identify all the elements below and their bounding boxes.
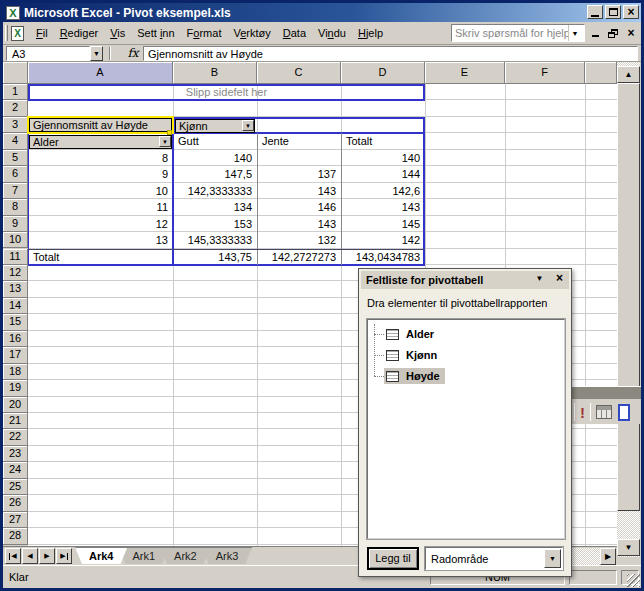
pivot-value[interactable] [259,150,338,166]
pivot-value[interactable]: 142 [343,232,422,248]
pivot-field-button-value[interactable]: Gjennomsnitt av Høyde [29,118,172,132]
workbook-restore-button[interactable] [607,27,619,39]
row-header-21[interactable]: 21 [3,413,28,429]
pivot-value[interactable]: 144 [343,166,422,182]
row-header-5[interactable]: 5 [3,150,28,166]
workbook-minimize-button[interactable] [589,27,601,39]
menu-vindu[interactable]: Vindu [312,24,352,42]
last-sheet-button[interactable]: ▶ [56,548,72,564]
toolbar-grip[interactable] [5,25,8,41]
horizontal-scrollbar-track[interactable] [569,548,600,565]
pivot-value[interactable]: 140 [343,150,422,166]
pivot-total-label[interactable]: Totalt [30,249,170,265]
row-header-25[interactable]: 25 [3,479,28,495]
name-box[interactable]: A3 [6,46,90,61]
vertical-scrollbar-thumb[interactable] [617,83,640,511]
row-header-13[interactable]: 13 [3,281,28,297]
field-dropdown-icon[interactable]: ▼ [159,136,171,147]
row-header-1[interactable]: 1 [3,84,28,100]
pivot-total-value[interactable]: 142,2727273 [259,249,338,265]
row-header-2[interactable]: 2 [3,100,28,116]
row-header-7[interactable]: 7 [3,183,28,199]
menu-rediger[interactable]: Rediger [54,24,105,42]
pivot-col-header-gutt[interactable]: Gutt [175,133,254,149]
workbook-close-button[interactable]: × [625,27,637,39]
row-header-6[interactable]: 6 [3,166,28,182]
row-header-10[interactable]: 10 [3,232,28,248]
field-dropdown-icon[interactable]: ▼ [242,120,254,131]
row-header-18[interactable]: 18 [3,364,28,380]
previous-sheet-button[interactable]: ◀ [22,548,38,564]
first-sheet-button[interactable]: ◀ [5,548,21,564]
pivot-row-label[interactable]: 12 [30,216,170,232]
field-list-menu-icon[interactable]: ▼ [532,273,547,286]
scroll-up-button[interactable]: ▲ [617,66,640,83]
row-header-23[interactable]: 23 [3,446,28,462]
menu-sett-inn[interactable]: Sett inn [131,24,180,42]
pivot-value[interactable]: 143 [259,183,338,199]
pivot-value[interactable]: 137 [259,166,338,182]
row-header-22[interactable]: 22 [3,429,28,445]
pivot-row-label[interactable]: 8 [30,150,170,166]
pivot-value[interactable]: 147,5 [175,166,254,182]
field-list-toggle-icon[interactable] [618,404,630,421]
select-all-corner[interactable] [3,62,28,84]
field-item-kjønn[interactable]: Kjønn [374,345,442,365]
combo-dropdown-icon[interactable]: ▼ [544,549,561,568]
pivot-col-header-totalt[interactable]: Totalt [343,133,422,149]
pivot-row-label[interactable]: 9 [30,166,170,182]
row-header-9[interactable]: 9 [3,216,28,232]
field-item-høyde[interactable]: Høyde [374,366,445,386]
pivot-value[interactable]: 140 [175,150,254,166]
column-header-E[interactable]: E [425,62,505,84]
pivot-value[interactable]: 145,3333333 [175,232,254,248]
pivot-value[interactable]: 142,3333333 [175,183,254,199]
pivot-field-button-kjonn[interactable]: Kjønn ▼ [175,119,255,133]
column-header-partial[interactable] [585,62,617,84]
row-header-14[interactable]: 14 [3,298,28,314]
pivottable-icon[interactable] [596,405,612,419]
menu-vis[interactable]: Vis [104,24,131,42]
pivot-value[interactable]: 132 [259,232,338,248]
row-header-26[interactable]: 26 [3,495,28,511]
pivot-value[interactable]: 153 [175,216,254,232]
resize-grip[interactable] [627,574,640,587]
pivot-total-value[interactable]: 143,0434783 [343,249,422,265]
pivot-row-label[interactable]: 11 [30,199,170,215]
pivot-col-header-jente[interactable]: Jente [259,133,338,149]
pivot-field-button-alder[interactable]: Alder ▼ [29,135,172,149]
menu-fil[interactable]: Fil [30,24,54,42]
area-select-combo[interactable]: Radområde ▼ [425,547,563,570]
scroll-right-button[interactable]: ▶ [600,548,616,565]
row-header-4[interactable]: 4 [3,133,28,149]
pivot-total-value[interactable]: 143,75 [175,249,254,265]
next-sheet-button[interactable]: ▶ [39,548,55,564]
pivot-page-area[interactable]: Slipp sidefelt her [28,84,425,101]
pivot-value[interactable]: 146 [259,199,338,215]
pivot-value[interactable]: 145 [343,216,422,232]
pivot-value[interactable]: 134 [175,199,254,215]
pivot-value[interactable]: 142,6 [343,183,422,199]
pivot-row-label[interactable]: 13 [30,232,170,248]
maximize-button[interactable] [605,5,621,19]
pivot-value[interactable]: 143 [343,199,422,215]
pivot-value[interactable]: 143 [259,216,338,232]
row-header-19[interactable]: 19 [3,380,28,396]
menu-hjelp[interactable]: Hjelp [352,24,389,42]
row-header-17[interactable]: 17 [3,347,28,363]
row-header-20[interactable]: 20 [3,397,28,413]
menu-data[interactable]: Data [277,24,312,42]
row-header-11[interactable]: 11 [3,249,28,265]
scroll-down-button[interactable]: ▼ [617,539,640,556]
sheet-tab-ark4[interactable]: Ark4 [75,547,127,564]
insert-function-icon[interactable]: fx [125,46,141,61]
vertical-scrollbar[interactable]: ▲ ▼ [617,62,640,557]
column-header-B[interactable]: B [173,62,257,84]
row-header-15[interactable]: 15 [3,314,28,330]
column-header-C[interactable]: C [257,62,341,84]
row-header-12[interactable]: 12 [3,265,28,281]
close-button[interactable]: × [623,5,639,19]
column-header-A[interactable]: A [28,62,173,84]
help-search-input[interactable] [452,26,568,40]
column-header-D[interactable]: D [341,62,425,84]
